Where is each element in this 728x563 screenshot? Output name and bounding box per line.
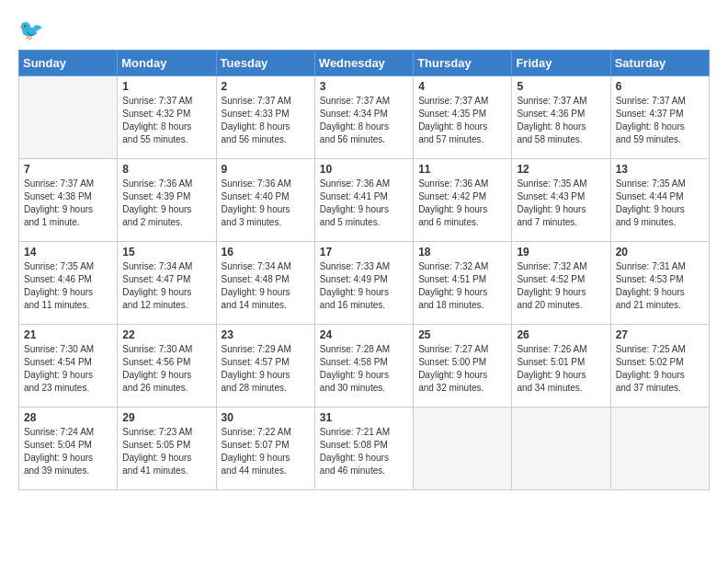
calendar-cell: 14Sunrise: 7:35 AMSunset: 4:46 PMDayligh… <box>19 242 118 325</box>
calendar-cell: 16Sunrise: 7:34 AMSunset: 4:48 PMDayligh… <box>216 242 314 325</box>
day-number: 8 <box>122 163 210 176</box>
day-number: 9 <box>222 163 310 176</box>
day-number: 31 <box>320 411 408 424</box>
day-number: 6 <box>616 80 704 93</box>
calendar-cell: 21Sunrise: 7:30 AMSunset: 4:54 PMDayligh… <box>19 325 118 408</box>
calendar-table: SundayMondayTuesdayWednesdayThursdayFrid… <box>18 50 710 490</box>
weekday-header-monday: Monday <box>118 51 216 76</box>
day-info: Sunrise: 7:37 AMSunset: 4:34 PMDaylight:… <box>320 95 408 146</box>
day-info: Sunrise: 7:26 AMSunset: 5:01 PMDaylight:… <box>517 343 605 395</box>
calendar-cell: 7Sunrise: 7:37 AMSunset: 4:38 PMDaylight… <box>19 159 118 242</box>
calendar-cell: 18Sunrise: 7:32 AMSunset: 4:51 PMDayligh… <box>414 242 512 325</box>
calendar-cell: 6Sunrise: 7:37 AMSunset: 4:37 PMDaylight… <box>610 76 709 159</box>
calendar-cell: 3Sunrise: 7:37 AMSunset: 4:34 PMDaylight… <box>314 76 413 159</box>
calendar-cell: 10Sunrise: 7:36 AMSunset: 4:41 PMDayligh… <box>314 159 413 242</box>
calendar-cell: 5Sunrise: 7:37 AMSunset: 4:36 PMDaylight… <box>512 76 610 159</box>
day-info: Sunrise: 7:36 AMSunset: 4:41 PMDaylight:… <box>320 178 408 229</box>
day-number: 11 <box>418 163 506 176</box>
day-number: 10 <box>320 163 408 176</box>
calendar-cell: 20Sunrise: 7:31 AMSunset: 4:53 PMDayligh… <box>610 242 709 325</box>
day-number: 30 <box>222 411 310 424</box>
calendar-cell: 13Sunrise: 7:35 AMSunset: 4:44 PMDayligh… <box>610 159 709 242</box>
day-info: Sunrise: 7:21 AMSunset: 5:08 PMDaylight:… <box>320 426 408 477</box>
day-info: Sunrise: 7:22 AMSunset: 5:07 PMDaylight:… <box>222 426 310 477</box>
calendar-week-5: 28Sunrise: 7:24 AMSunset: 5:04 PMDayligh… <box>19 408 710 490</box>
day-number: 24 <box>320 328 408 341</box>
day-info: Sunrise: 7:37 AMSunset: 4:36 PMDaylight:… <box>517 95 605 146</box>
day-info: Sunrise: 7:37 AMSunset: 4:35 PMDaylight:… <box>418 95 506 146</box>
calendar-week-3: 14Sunrise: 7:35 AMSunset: 4:46 PMDayligh… <box>19 242 710 325</box>
day-number: 14 <box>24 246 112 259</box>
calendar-cell: 9Sunrise: 7:36 AMSunset: 4:40 PMDaylight… <box>216 159 314 242</box>
header: 🐦 <box>18 18 710 42</box>
day-number: 22 <box>122 328 210 341</box>
calendar-week-2: 7Sunrise: 7:37 AMSunset: 4:38 PMDaylight… <box>19 159 710 242</box>
calendar-cell: 8Sunrise: 7:36 AMSunset: 4:39 PMDaylight… <box>118 159 216 242</box>
day-info: Sunrise: 7:36 AMSunset: 4:39 PMDaylight:… <box>122 178 210 229</box>
day-number: 21 <box>24 328 112 341</box>
day-number: 5 <box>517 80 605 93</box>
calendar-cell: 22Sunrise: 7:30 AMSunset: 4:56 PMDayligh… <box>118 325 216 408</box>
day-info: Sunrise: 7:32 AMSunset: 4:51 PMDaylight:… <box>418 260 506 312</box>
day-info: Sunrise: 7:30 AMSunset: 4:56 PMDaylight:… <box>122 343 210 395</box>
day-info: Sunrise: 7:36 AMSunset: 4:42 PMDaylight:… <box>418 178 506 229</box>
day-number: 7 <box>24 163 112 176</box>
day-info: Sunrise: 7:24 AMSunset: 5:04 PMDaylight:… <box>24 426 112 477</box>
day-number: 18 <box>418 246 506 259</box>
day-number: 15 <box>122 246 210 259</box>
calendar-cell <box>19 76 118 159</box>
day-info: Sunrise: 7:30 AMSunset: 4:54 PMDaylight:… <box>24 343 112 395</box>
day-info: Sunrise: 7:34 AMSunset: 4:48 PMDaylight:… <box>222 260 310 312</box>
calendar-cell: 26Sunrise: 7:26 AMSunset: 5:01 PMDayligh… <box>512 325 610 408</box>
calendar-cell: 29Sunrise: 7:23 AMSunset: 5:05 PMDayligh… <box>118 408 216 490</box>
day-number: 4 <box>418 80 506 93</box>
day-info: Sunrise: 7:37 AMSunset: 4:37 PMDaylight:… <box>616 95 704 146</box>
day-info: Sunrise: 7:37 AMSunset: 4:32 PMDaylight:… <box>122 95 210 146</box>
day-number: 25 <box>418 328 506 341</box>
day-number: 17 <box>320 246 408 259</box>
day-info: Sunrise: 7:25 AMSunset: 5:02 PMDaylight:… <box>616 343 704 395</box>
calendar-cell: 11Sunrise: 7:36 AMSunset: 4:42 PMDayligh… <box>414 159 512 242</box>
day-info: Sunrise: 7:35 AMSunset: 4:44 PMDaylight:… <box>616 178 704 229</box>
day-info: Sunrise: 7:37 AMSunset: 4:38 PMDaylight:… <box>24 178 112 229</box>
day-number: 20 <box>616 246 704 259</box>
calendar-cell: 12Sunrise: 7:35 AMSunset: 4:43 PMDayligh… <box>512 159 610 242</box>
day-number: 27 <box>616 328 704 341</box>
calendar-cell: 30Sunrise: 7:22 AMSunset: 5:07 PMDayligh… <box>216 408 314 490</box>
day-info: Sunrise: 7:35 AMSunset: 4:46 PMDaylight:… <box>24 260 112 312</box>
day-number: 12 <box>517 163 605 176</box>
day-info: Sunrise: 7:37 AMSunset: 4:33 PMDaylight:… <box>222 95 310 146</box>
calendar-cell: 24Sunrise: 7:28 AMSunset: 4:58 PMDayligh… <box>314 325 413 408</box>
day-number: 1 <box>122 80 210 93</box>
calendar-cell <box>610 408 709 490</box>
calendar-cell: 27Sunrise: 7:25 AMSunset: 5:02 PMDayligh… <box>610 325 709 408</box>
calendar-cell: 19Sunrise: 7:32 AMSunset: 4:52 PMDayligh… <box>512 242 610 325</box>
day-info: Sunrise: 7:31 AMSunset: 4:53 PMDaylight:… <box>616 260 704 312</box>
calendar-cell: 4Sunrise: 7:37 AMSunset: 4:35 PMDaylight… <box>414 76 512 159</box>
day-info: Sunrise: 7:33 AMSunset: 4:49 PMDaylight:… <box>320 260 408 312</box>
weekday-header-saturday: Saturday <box>610 51 709 76</box>
calendar-cell: 15Sunrise: 7:34 AMSunset: 4:47 PMDayligh… <box>118 242 216 325</box>
calendar-cell <box>512 408 610 490</box>
weekday-header-thursday: Thursday <box>414 51 512 76</box>
calendar-cell <box>414 408 512 490</box>
day-number: 23 <box>222 328 310 341</box>
day-number: 2 <box>222 80 310 93</box>
day-number: 26 <box>517 328 605 341</box>
day-info: Sunrise: 7:29 AMSunset: 4:57 PMDaylight:… <box>222 343 310 395</box>
weekday-header-friday: Friday <box>512 51 610 76</box>
calendar-cell: 28Sunrise: 7:24 AMSunset: 5:04 PMDayligh… <box>19 408 118 490</box>
weekday-header-wednesday: Wednesday <box>314 51 413 76</box>
day-info: Sunrise: 7:34 AMSunset: 4:47 PMDaylight:… <box>122 260 210 312</box>
calendar-cell: 1Sunrise: 7:37 AMSunset: 4:32 PMDaylight… <box>118 76 216 159</box>
day-number: 3 <box>320 80 408 93</box>
calendar-cell: 25Sunrise: 7:27 AMSunset: 5:00 PMDayligh… <box>414 325 512 408</box>
day-info: Sunrise: 7:32 AMSunset: 4:52 PMDaylight:… <box>517 260 605 312</box>
calendar-cell: 2Sunrise: 7:37 AMSunset: 4:33 PMDaylight… <box>216 76 314 159</box>
weekday-header-row: SundayMondayTuesdayWednesdayThursdayFrid… <box>19 51 710 76</box>
calendar-cell: 31Sunrise: 7:21 AMSunset: 5:08 PMDayligh… <box>314 408 413 490</box>
day-number: 29 <box>122 411 210 424</box>
day-info: Sunrise: 7:28 AMSunset: 4:58 PMDaylight:… <box>320 343 408 395</box>
day-number: 16 <box>222 246 310 259</box>
calendar-week-4: 21Sunrise: 7:30 AMSunset: 4:54 PMDayligh… <box>19 325 710 408</box>
